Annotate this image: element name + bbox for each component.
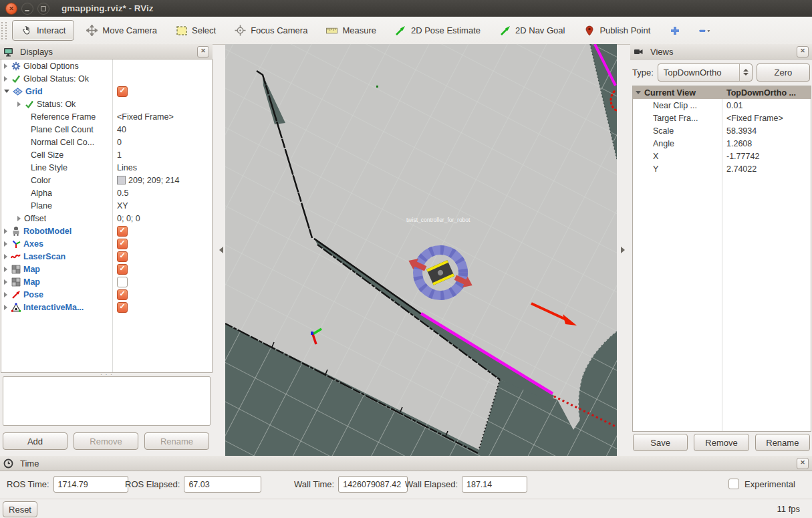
- toolbar-button-2d-nav-goal[interactable]: 2D Nav Goal: [493, 21, 571, 39]
- row-value[interactable]: XY: [113, 199, 212, 212]
- views-row-angle[interactable]: Angle1.2608: [633, 137, 811, 150]
- displays-row-pose[interactable]: Pose: [1, 288, 212, 301]
- views-row-near-clip[interactable]: Near Clip ...0.01: [633, 99, 811, 112]
- expand-arrow-right[interactable]: [4, 279, 7, 285]
- experimental-checkbox[interactable]: [728, 479, 739, 489]
- displays-row-normal-cell-co[interactable]: Normal Cell Co...0: [1, 136, 212, 148]
- time-field-input[interactable]: 1426079087.42: [338, 476, 408, 493]
- splitter-left-arrow[interactable]: [219, 247, 223, 253]
- displays-row-global-status-ok[interactable]: Global Status: Ok: [1, 72, 212, 85]
- row-value[interactable]: -1.77742: [722, 150, 811, 162]
- displays-row-map-2[interactable]: Map: [1, 275, 212, 288]
- row-value[interactable]: 209; 209; 214: [113, 174, 212, 186]
- checkbox-checked[interactable]: [117, 264, 128, 275]
- row-value[interactable]: Lines: [113, 161, 212, 174]
- displays-row-alpha[interactable]: Alpha0.5: [1, 186, 212, 199]
- checkbox-checked[interactable]: [117, 302, 128, 313]
- row-value[interactable]: 0; 0; 0: [113, 212, 212, 225]
- checkbox-checked[interactable]: [117, 289, 128, 300]
- row-value[interactable]: 1: [113, 148, 212, 161]
- views-row-x[interactable]: X-1.77742: [633, 150, 811, 162]
- checkbox-checked[interactable]: [117, 86, 128, 97]
- reset-button[interactable]: Reset: [3, 501, 37, 517]
- expand-arrow-right[interactable]: [4, 76, 7, 82]
- checkbox-checked[interactable]: [117, 226, 128, 237]
- window-maximize-button[interactable]: [37, 3, 49, 15]
- checkbox-unchecked[interactable]: [117, 277, 128, 287]
- row-value[interactable]: <Fixed Frame>: [113, 110, 212, 123]
- displays-row-status-ok[interactable]: Status: Ok: [1, 98, 212, 110]
- displays-row-global-options[interactable]: Global Options: [1, 59, 212, 72]
- displays-row-grid[interactable]: Grid: [1, 85, 212, 98]
- views-rename-button[interactable]: Rename: [755, 434, 810, 451]
- expand-arrow-right[interactable]: [4, 229, 7, 234]
- expand-arrow-right[interactable]: [17, 102, 21, 107]
- displays-remove-button[interactable]: Remove: [74, 432, 138, 450]
- displays-row-laserscan[interactable]: LaserScan: [1, 250, 212, 263]
- views-row-target-fra[interactable]: Target Fra...<Fixed Frame>: [633, 112, 811, 124]
- displays-row-plane[interactable]: PlaneXY: [1, 199, 212, 212]
- expand-arrow-right[interactable]: [4, 267, 7, 272]
- toolbar-grip[interactable]: [1, 22, 7, 39]
- displays-row-cell-size[interactable]: Cell Size1: [1, 148, 212, 161]
- row-value[interactable]: [113, 250, 212, 263]
- displays-row-robotmodel[interactable]: RobotModel: [1, 225, 212, 237]
- displays-rename-button[interactable]: Rename: [144, 432, 209, 450]
- row-value[interactable]: 0.5: [113, 186, 212, 199]
- row-value[interactable]: 2.74022: [722, 162, 811, 175]
- window-close-button[interactable]: [5, 3, 17, 15]
- expand-arrow-right[interactable]: [4, 241, 7, 247]
- spinner-icon[interactable]: [739, 64, 752, 81]
- displays-row-interactivema[interactable]: InteractiveMa...: [1, 301, 212, 313]
- window-minimize-button[interactable]: [21, 3, 33, 15]
- displays-row-line-style[interactable]: Line StyleLines: [1, 161, 212, 174]
- row-value[interactable]: [113, 263, 212, 275]
- row-value[interactable]: 0: [113, 136, 212, 148]
- views-row-y[interactable]: Y2.74022: [633, 162, 811, 175]
- row-value[interactable]: 0.01: [722, 99, 811, 112]
- expand-arrow-down[interactable]: [636, 91, 641, 94]
- toolbar-button-2d-pose-estimate[interactable]: 2D Pose Estimate: [388, 21, 487, 39]
- splitter-right-arrow[interactable]: [621, 247, 625, 253]
- row-value[interactable]: [113, 85, 212, 98]
- displays-row-color[interactable]: Color209; 209; 214: [1, 174, 212, 186]
- displays-row-map[interactable]: Map: [1, 263, 212, 275]
- 3d-viewport[interactable]: twist_controller_for_robot: [225, 44, 617, 456]
- row-value[interactable]: 58.3934: [722, 124, 811, 137]
- toolbar-button-minus-icon[interactable]: [692, 21, 717, 39]
- toolbar-button-publish-point[interactable]: Publish Point: [577, 21, 657, 39]
- row-value[interactable]: [113, 301, 212, 313]
- view-type-dropdown[interactable]: TopDownOrtho: [658, 63, 753, 82]
- time-field-input[interactable]: 1714.79: [53, 476, 128, 493]
- views-remove-button[interactable]: Remove: [694, 434, 749, 451]
- checkbox-checked[interactable]: [117, 251, 128, 262]
- toolbar-button-focus-camera[interactable]: Focus Camera: [228, 21, 314, 39]
- views-row-scale[interactable]: Scale58.3934: [633, 124, 811, 137]
- expand-arrow-right[interactable]: [4, 63, 7, 69]
- toolbar-button-plus-icon[interactable]: [662, 21, 687, 39]
- expand-arrow-right[interactable]: [17, 216, 21, 221]
- expand-arrow-right[interactable]: [4, 305, 7, 310]
- displays-row-reference-frame[interactable]: Reference Frame<Fixed Frame>: [1, 110, 212, 123]
- toolbar-button-interact[interactable]: Interact: [12, 20, 74, 41]
- row-value[interactable]: [113, 237, 212, 250]
- views-close-icon[interactable]: ✕: [797, 46, 809, 57]
- expand-arrow-right[interactable]: [4, 254, 7, 259]
- views-row-current-view[interactable]: Current ViewTopDownOrtho ...: [633, 86, 811, 99]
- displays-row-axes[interactable]: Axes: [1, 237, 212, 250]
- expand-arrow-down[interactable]: [4, 90, 9, 93]
- displays-close-icon[interactable]: ✕: [197, 46, 209, 57]
- row-value[interactable]: 1.2608: [722, 137, 811, 150]
- expand-arrow-right[interactable]: [4, 292, 7, 297]
- row-value[interactable]: <Fixed Frame>: [722, 112, 811, 124]
- row-value[interactable]: 40: [113, 123, 212, 136]
- row-value[interactable]: [113, 288, 212, 301]
- time-field-input[interactable]: 187.14: [462, 476, 527, 493]
- row-value[interactable]: [113, 275, 212, 288]
- row-value[interactable]: [113, 225, 212, 237]
- time-field-input[interactable]: 67.03: [184, 476, 261, 493]
- checkbox-checked[interactable]: [117, 239, 128, 249]
- views-save-button[interactable]: Save: [633, 434, 688, 451]
- toolbar-button-move-camera[interactable]: Move Camera: [80, 21, 164, 39]
- displays-row-plane-cell-count[interactable]: Plane Cell Count40: [1, 123, 212, 136]
